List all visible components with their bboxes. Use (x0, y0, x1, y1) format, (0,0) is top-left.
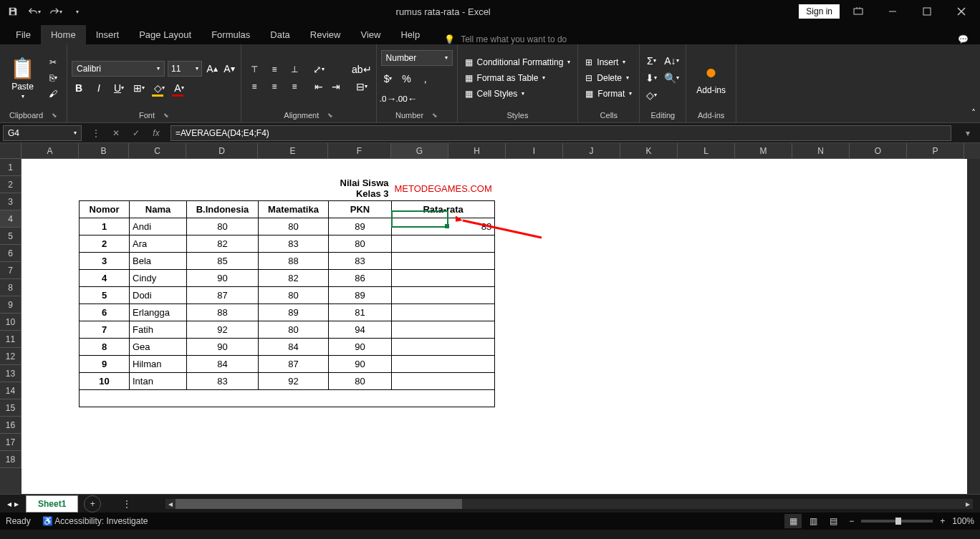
font-size-select[interactable]: 11▾ (168, 61, 202, 77)
undo-icon[interactable]: ▾ (24, 1, 44, 21)
row-header-10[interactable]: 10 (0, 314, 21, 331)
fill-color-button[interactable]: ◇▾ (152, 81, 166, 95)
bold-button[interactable]: B (72, 81, 86, 95)
sort-filter-icon[interactable]: A↓▾ (664, 54, 678, 68)
zoom-slider[interactable] (861, 520, 933, 523)
zoom-out-icon[interactable]: − (849, 516, 854, 526)
signin-button[interactable]: Sign in (799, 4, 840, 19)
font-color-button[interactable]: A▾ (172, 81, 186, 95)
row-header-4[interactable]: 4 (0, 210, 21, 228)
addins-button[interactable]: ● Add-ins (691, 58, 731, 98)
col-header-O[interactable]: O (850, 143, 907, 159)
find-select-icon[interactable]: 🔍▾ (664, 71, 678, 85)
tab-formulas[interactable]: Formulas (201, 25, 260, 44)
tab-data[interactable]: Data (260, 25, 299, 44)
decrease-decimal-icon[interactable]: .00← (400, 92, 414, 106)
align-right-icon[interactable]: ≡ (286, 79, 303, 94)
name-box[interactable]: G4▾ (3, 125, 82, 141)
row-header-5[interactable]: 5 (0, 228, 21, 245)
fill-icon[interactable]: ⬇▾ (644, 71, 658, 85)
col-header-M[interactable]: M (735, 143, 792, 159)
col-header-H[interactable]: H (448, 143, 506, 159)
percent-format-icon[interactable]: % (400, 72, 414, 86)
insert-function-icon[interactable]: fx (148, 125, 165, 141)
redo-icon[interactable]: ▾ (46, 1, 66, 21)
col-header-B[interactable]: B (79, 143, 129, 159)
decrease-indent-icon[interactable]: ⇤ (312, 79, 326, 94)
page-break-view-icon[interactable]: ▤ (825, 514, 842, 528)
col-header-L[interactable]: L (678, 143, 735, 159)
maximize-icon[interactable] (911, 1, 943, 21)
col-header-K[interactable]: K (620, 143, 678, 159)
format-cells-button[interactable]: ▦Format▾ (582, 87, 635, 100)
comments-icon[interactable]: 💬 (958, 34, 969, 44)
group-label-font[interactable]: Font (72, 108, 236, 122)
scroll-right-icon[interactable]: ▸ (963, 499, 973, 509)
close-icon[interactable] (946, 1, 977, 21)
sheet-nav-prev-icon[interactable]: ◂ (7, 499, 11, 509)
expand-formula-bar-icon[interactable]: ▾ (966, 128, 980, 138)
col-header-E[interactable]: E (258, 143, 328, 159)
tell-me-search[interactable]: 💡 Tell me what you want to do (444, 34, 567, 44)
normal-view-icon[interactable]: ▦ (784, 514, 802, 528)
row-header-8[interactable]: 8 (0, 279, 21, 296)
save-icon[interactable] (3, 1, 23, 21)
row-header-14[interactable]: 14 (0, 382, 21, 399)
insert-cells-button[interactable]: ⊞Insert▾ (582, 56, 635, 69)
ribbon-display-icon[interactable] (842, 1, 874, 21)
col-header-N[interactable]: N (792, 143, 850, 159)
scroll-left-icon[interactable]: ◂ (165, 499, 176, 509)
page-layout-view-icon[interactable]: ▥ (804, 514, 822, 528)
conditional-formatting-button[interactable]: ▦Conditional Formatting▾ (462, 56, 574, 69)
wrap-text-button[interactable]: ab↵ (352, 62, 372, 77)
italic-button[interactable]: I (92, 81, 106, 95)
row-header-3[interactable]: 3 (0, 193, 21, 210)
horizontal-scrollbar[interactable]: ◂ ▸ (165, 499, 973, 509)
group-label-alignment[interactable]: Alignment (246, 108, 372, 122)
autosum-icon[interactable]: Σ▾ (644, 54, 658, 68)
col-header-D[interactable]: D (186, 143, 258, 159)
sheet-tab-1[interactable]: Sheet1 (26, 495, 78, 513)
row-header-7[interactable]: 7 (0, 262, 21, 279)
increase-font-icon[interactable]: A▴ (205, 62, 219, 76)
zoom-level[interactable]: 100% (952, 516, 974, 526)
comma-format-icon[interactable]: , (418, 72, 433, 86)
row-header-16[interactable]: 16 (0, 417, 21, 434)
paste-button[interactable]: 📋 Paste ▾ (4, 54, 41, 102)
row-header-2[interactable]: 2 (0, 176, 21, 193)
row-header-13[interactable]: 13 (0, 365, 21, 382)
format-as-table-button[interactable]: ▦Format as Table▾ (462, 72, 574, 84)
cell-styles-button[interactable]: ▦Cell Styles▾ (462, 87, 574, 100)
row-header-6[interactable]: 6 (0, 245, 21, 262)
accounting-format-icon[interactable]: $▾ (381, 72, 395, 86)
col-header-A[interactable]: A (21, 143, 79, 159)
enter-formula-icon[interactable]: ✓ (128, 125, 145, 141)
merge-center-button[interactable]: ⊟▾ (352, 79, 372, 94)
group-label-clipboard[interactable]: Clipboard (4, 108, 62, 122)
decrease-font-icon[interactable]: A▾ (222, 62, 236, 76)
row-header-18[interactable]: 18 (0, 451, 21, 468)
qat-customize-icon[interactable]: ▾ (67, 1, 87, 21)
functions-dropdown-icon[interactable]: ⋮ (87, 125, 105, 141)
accessibility-status[interactable]: ♿ Accessibility: Investigate (42, 516, 148, 526)
tab-review[interactable]: Review (300, 25, 351, 44)
formula-input[interactable]: =AVERAGEA(D4;E4;F4) (170, 125, 951, 141)
col-header-C[interactable]: C (129, 143, 186, 159)
col-header-F[interactable]: F (328, 143, 391, 159)
minimize-icon[interactable] (877, 1, 908, 21)
row-header-11[interactable]: 11 (0, 331, 21, 348)
tab-home[interactable]: Home (41, 25, 86, 44)
spreadsheet-grid[interactable]: ABCDEFGHIJKLMNOP 12345678910111213141516… (0, 143, 980, 494)
orientation-icon[interactable]: ⤢▾ (312, 62, 326, 77)
tab-help[interactable]: Help (390, 25, 430, 44)
col-header-I[interactable]: I (506, 143, 563, 159)
tab-page-layout[interactable]: Page Layout (129, 25, 201, 44)
align-center-icon[interactable]: ≡ (266, 79, 283, 94)
align-left-icon[interactable]: ≡ (246, 79, 263, 94)
format-painter-icon[interactable]: 🖌 (47, 87, 59, 100)
underline-button[interactable]: U▾ (112, 81, 126, 95)
hscroll-thumb[interactable] (176, 499, 462, 509)
row-header-15[interactable]: 15 (0, 399, 21, 417)
row-header-1[interactable]: 1 (0, 159, 21, 176)
add-sheet-button[interactable]: + (84, 495, 101, 513)
